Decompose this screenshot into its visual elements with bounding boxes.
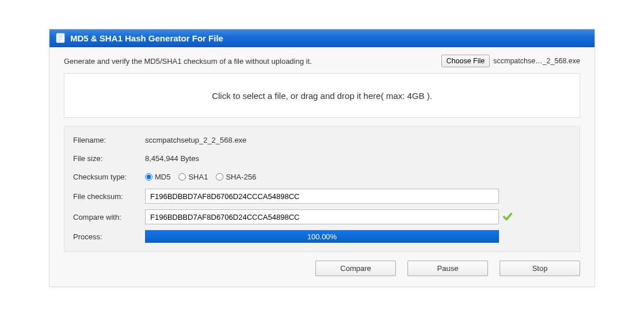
file-drop-zone[interactable]: Click to select a file, or drag and drop…: [64, 73, 580, 118]
button-row: Compare Pause Stop: [64, 261, 580, 276]
radio-md5-label: MD5: [155, 173, 170, 181]
radio-sha256[interactable]: SHA-256: [216, 173, 256, 181]
pause-button[interactable]: Pause: [407, 261, 488, 276]
compare-input[interactable]: [145, 209, 499, 224]
row-checksum-type: Checksum type: MD5 SHA1 SHA-256: [73, 170, 571, 183]
label-file-checksum: File checksum:: [73, 192, 145, 201]
document-icon: [55, 33, 66, 43]
choose-file-button[interactable]: Choose File: [441, 55, 490, 67]
description-text: Generate and verify the MD5/SHA1 checksu…: [64, 57, 312, 66]
radio-sha256-input[interactable]: [216, 173, 223, 181]
panel-content: Generate and verify the MD5/SHA1 checksu…: [49, 47, 595, 286]
main-panel: MD5 & SHA1 Hash Generator For File Gener…: [49, 29, 595, 287]
row-filename: Filename: sccmpatchsetup_2_2_568.exe: [73, 133, 571, 146]
selected-filename: sccmpatchse…_2_568.exe: [493, 57, 580, 65]
radio-sha1-label: SHA1: [188, 173, 208, 181]
progress-bar: 100.00%: [145, 230, 499, 243]
radio-sha1[interactable]: SHA1: [178, 173, 208, 181]
label-compare: Compare with:: [73, 213, 145, 221]
panel-header: MD5 & SHA1 Hash Generator For File: [49, 29, 595, 47]
value-filesize: 8,454,944 Bytes: [145, 154, 199, 163]
stop-button[interactable]: Stop: [500, 261, 580, 276]
checksum-type-group: MD5 SHA1 SHA-256: [145, 173, 256, 181]
row-filesize: File size: 8,454,944 Bytes: [73, 152, 571, 165]
radio-sha256-label: SHA-256: [226, 173, 256, 181]
label-filename: Filename:: [73, 136, 145, 144]
value-filename: sccmpatchsetup_2_2_568.exe: [145, 136, 246, 144]
radio-sha1-input[interactable]: [178, 173, 186, 181]
details-box: Filename: sccmpatchsetup_2_2_568.exe Fil…: [64, 126, 580, 252]
row-file-checksum: File checksum:: [73, 189, 571, 204]
label-process: Process:: [73, 232, 145, 241]
file-checksum-input[interactable]: [145, 189, 499, 204]
checkmark-icon: [502, 212, 513, 222]
top-row: Generate and verify the MD5/SHA1 checksu…: [64, 55, 580, 67]
label-filesize: File size:: [73, 154, 145, 163]
panel-title: MD5 & SHA1 Hash Generator For File: [70, 33, 223, 43]
compare-button[interactable]: Compare: [315, 261, 396, 276]
row-process: Process: 100.00%: [73, 230, 571, 243]
progress-text: 100.00%: [145, 230, 499, 243]
row-compare: Compare with:: [73, 209, 571, 224]
radio-md5[interactable]: MD5: [145, 173, 170, 181]
drop-zone-text: Click to select a file, or drag and drop…: [212, 91, 432, 101]
label-checksum-type: Checksum type:: [73, 173, 145, 181]
radio-md5-input[interactable]: [145, 173, 153, 181]
compare-wrap: [145, 209, 571, 224]
file-chooser: Choose File sccmpatchse…_2_568.exe: [441, 55, 580, 67]
